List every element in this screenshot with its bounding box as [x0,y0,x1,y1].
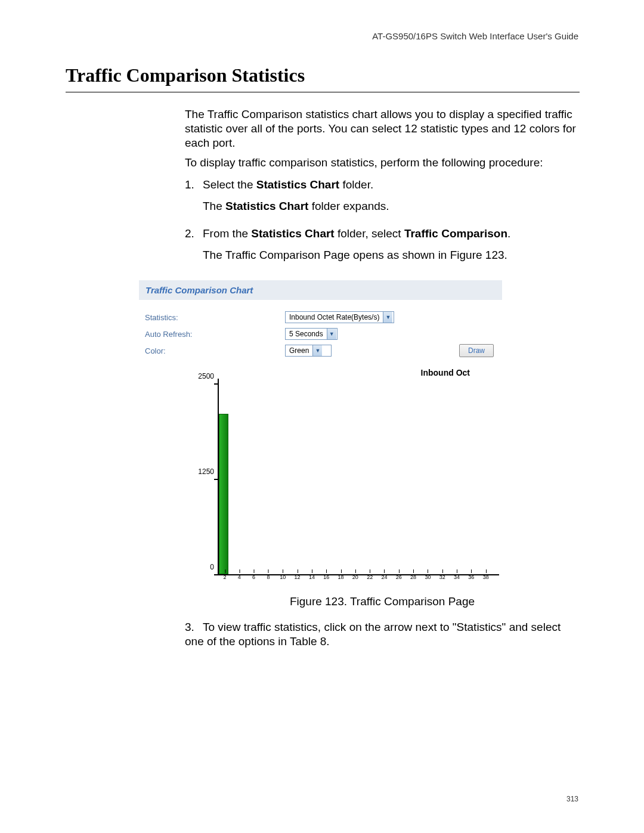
procedure-lead: To display traffic comparison statistics… [185,156,580,170]
x-tick-label: 22 [367,574,373,580]
x-tick-label: 2 [223,574,226,580]
y-tick-label: 2500 [198,372,214,380]
y-tick-label: 0 [210,563,214,571]
x-tick-label: 30 [425,574,431,580]
step-1: 1.Select the Statistics Chart folder. [185,178,580,192]
x-tick-label: 8 [267,574,270,580]
panel-title: Traffic Comparison Chart [139,280,502,300]
x-tick-label: 20 [352,574,358,580]
step-3-text: To view traffic statistics, click on the… [185,621,561,648]
x-tick-label: 6 [252,574,255,580]
step-2-bold2: Traffic Comparison [404,227,507,240]
statistics-select-value: Inbound Octet Rate(Bytes/s) [286,313,383,321]
autorefresh-select[interactable]: 5 Seconds ▼ [285,328,338,340]
draw-button[interactable]: Draw [459,344,494,357]
x-tick-label: 28 [410,574,416,580]
step-2-a: From the [203,227,251,240]
x-tick-label: 36 [468,574,474,580]
x-ticks: 2468101214161820222426283032343638 [218,575,499,583]
x-tick-label: 26 [396,574,402,580]
y-tick [214,383,219,385]
chart-area: 0125025002468101214161820222426283032343… [196,379,502,587]
autorefresh-select-value: 5 Seconds [286,330,327,338]
form-area: Statistics: Inbound Octet Rate(Bytes/s) … [139,311,502,357]
intro-paragraph: The Traffic Comparison statistics chart … [185,107,580,150]
chevron-down-icon[interactable]: ▼ [383,312,392,323]
chevron-down-icon[interactable]: ▼ [312,345,322,356]
x-tick-label: 14 [309,574,315,580]
y-tick [214,479,219,480]
page-title: Traffic Comparison Statistics [66,64,305,86]
page-number: 313 [566,795,578,803]
step-1c-a: The [203,200,225,212]
color-select-value: Green [286,346,312,355]
statistics-label: Statistics: [145,313,285,322]
step-1-bold: Statistics Chart [256,178,339,191]
x-tick-label: 24 [381,574,387,580]
step-2-b: folder, select [335,227,404,240]
step-number: 2. [185,227,203,241]
step-2: 2.From the Statistics Chart folder, sele… [185,227,580,241]
figure-caption: Figure 123. Traffic Comparison Page [185,595,580,608]
color-label: Color: [145,346,285,355]
step-2-bold1: Statistics Chart [251,227,334,240]
color-select[interactable]: Green ▼ [285,345,332,357]
x-tick-label: 10 [280,574,286,580]
y-tick-label: 1250 [198,467,214,476]
step-1c-bold: Statistics Chart [225,200,308,212]
step-1-text-a: Select the [203,178,256,191]
chart-bar [219,414,228,574]
autorefresh-row: Auto Refresh: 5 Seconds ▼ [145,327,496,340]
title-rule [66,92,580,92]
step-1c-b: folder expands. [308,200,389,212]
chevron-down-icon[interactable]: ▼ [327,329,336,339]
x-tick-label: 34 [454,574,460,580]
step-2-c: . [507,227,510,240]
x-tick-label: 32 [439,574,445,580]
step-2-result: The Traffic Comparison Page opens as sho… [185,248,580,262]
step-1-text-b: folder. [339,178,373,191]
step-3: 3.To view traffic statistics, click on t… [185,620,580,649]
statistics-row: Statistics: Inbound Octet Rate(Bytes/s) … [145,311,496,324]
x-tick-label: 16 [323,574,329,580]
x-tick-label: 4 [238,574,241,580]
step-1-result: The Statistics Chart folder expands. [185,199,580,213]
step-number: 3. [185,620,203,634]
autorefresh-label: Auto Refresh: [145,330,285,339]
x-tick-label: 12 [295,574,301,580]
step-number: 1. [185,178,203,192]
x-tick-label: 18 [338,574,344,580]
chart-title: Inbound Oct [139,368,502,377]
statistics-select[interactable]: Inbound Octet Rate(Bytes/s) ▼ [285,311,394,323]
x-tick-label: 38 [483,574,489,580]
traffic-comparison-panel: Traffic Comparison Chart Statistics: Inb… [139,280,502,590]
running-head: AT-GS950/16PS Switch Web Interface User'… [372,31,578,41]
color-row: Color: Green ▼ Draw [145,344,496,357]
